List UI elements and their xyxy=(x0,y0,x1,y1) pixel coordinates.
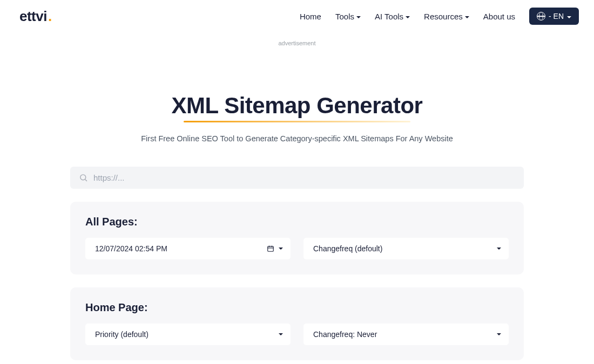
url-input[interactable] xyxy=(93,173,515,182)
chevron-down-icon xyxy=(497,333,501,335)
logo-dot: . xyxy=(48,8,52,25)
priority-label: Priority (defoult) xyxy=(95,330,148,339)
datetime-value: 12/07/2024 02:54 PM xyxy=(95,244,167,253)
nav-about[interactable]: About us xyxy=(483,12,515,21)
home-changefreq-label: Changefreq: Never xyxy=(313,330,377,339)
page-title: XML Sitemap Generator xyxy=(70,93,524,119)
chevron-down-icon xyxy=(279,248,283,250)
language-label: - EN xyxy=(549,12,564,20)
all-pages-card: All Pages: 12/07/2024 02:54 PM Changefre… xyxy=(70,202,524,274)
svg-line-1 xyxy=(85,180,87,181)
header: ettvi. Home Tools AI Tools Resources Abo… xyxy=(0,0,594,27)
calendar-icon xyxy=(267,245,274,252)
chevron-down-icon xyxy=(567,16,571,18)
nav-tools[interactable]: Tools xyxy=(335,12,361,21)
language-button[interactable]: - EN xyxy=(529,8,579,25)
chevron-down-icon xyxy=(406,16,410,18)
all-pages-datetime-field[interactable]: 12/07/2024 02:54 PM xyxy=(85,238,291,259)
logo[interactable]: ettvi. xyxy=(19,8,52,25)
nav-ai-tools[interactable]: AI Tools xyxy=(375,12,410,21)
home-page-changefreq-select[interactable]: Changefreq: Never xyxy=(303,324,509,345)
logo-text: ettvi xyxy=(19,8,47,25)
globe-icon xyxy=(537,12,545,20)
all-pages-heading: All Pages: xyxy=(85,216,509,228)
home-page-heading: Home Page: xyxy=(85,301,509,314)
all-pages-changefreq-select[interactable]: Changefreq (defoult) xyxy=(303,238,509,259)
search-icon xyxy=(79,173,88,182)
home-page-priority-select[interactable]: Priority (defoult) xyxy=(85,324,291,345)
nav: Home Tools AI Tools Resources About us -… xyxy=(300,8,579,25)
changefreq-label: Changefreq (defoult) xyxy=(313,244,382,253)
title-underline xyxy=(184,121,410,122)
chevron-down-icon xyxy=(497,248,501,250)
home-page-card: Home Page: Priority (defoult) Changefreq… xyxy=(70,287,524,360)
page-subtitle: First Free Online SEO Tool to Generate C… xyxy=(70,134,524,143)
chevron-down-icon xyxy=(279,333,283,335)
chevron-down-icon xyxy=(465,16,469,18)
chevron-down-icon xyxy=(356,16,361,18)
nav-home[interactable]: Home xyxy=(300,12,321,21)
svg-rect-2 xyxy=(268,246,274,251)
svg-point-0 xyxy=(80,175,86,180)
url-input-row[interactable] xyxy=(70,167,524,189)
main: XML Sitemap Generator First Free Online … xyxy=(54,93,540,360)
ad-label: advertisement xyxy=(0,40,594,46)
nav-resources[interactable]: Resources xyxy=(424,12,469,21)
